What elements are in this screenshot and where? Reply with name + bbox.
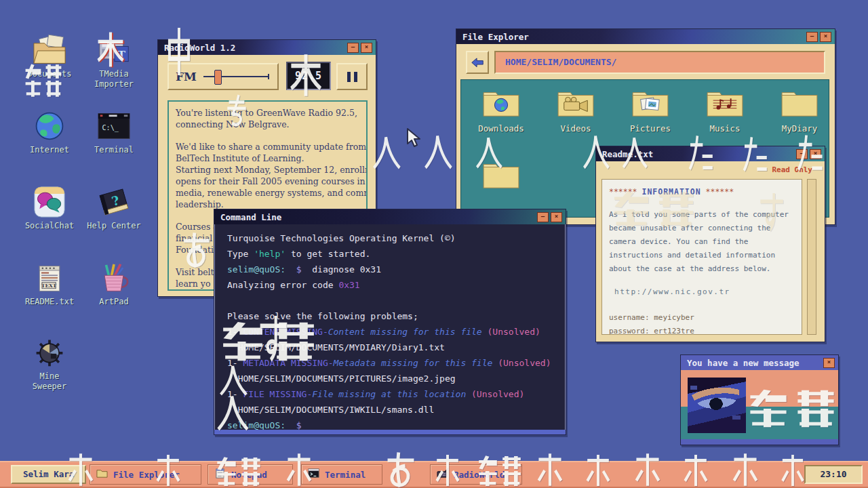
arrow-left-icon (470, 58, 485, 68)
file-explorer-titlebar[interactable]: File Explorer — × (456, 29, 835, 44)
desktop-icon-label: ArtPad (81, 297, 146, 307)
fm-band-label: FM (176, 70, 197, 83)
readme-text-panel: ****** INFORMATION ****** As i told you … (601, 179, 802, 335)
command-line-window: Command Line — × Turquoise Technologies … (214, 209, 566, 435)
readme-body: Read Only ****** INFORMATION ****** As i… (596, 161, 825, 340)
terminal-line: HOME/SELIM/DOCUMENTS/IWKILL/smans.dll (227, 405, 565, 420)
close-button[interactable]: × (361, 43, 372, 53)
folder-docs-icon (32, 34, 67, 66)
taskbar-item-file-explorer[interactable]: File Explorer (90, 464, 201, 485)
readme-paragraph: username: meyicyber (609, 311, 795, 325)
book-icon: ? (96, 186, 132, 218)
folder-label: Downloads (466, 123, 536, 134)
fm-tuner-panel: FM (167, 63, 279, 90)
terminal-output[interactable]: Turquoise Technologies Operating Kernel … (214, 224, 566, 430)
message-image[interactable] (688, 378, 746, 433)
glitch-glyph-iru (423, 133, 453, 171)
desktop-icon-label: Internet (17, 145, 82, 155)
desktop-icon-readme-txt[interactable]: TEXTREADME.txt (17, 262, 82, 307)
terminal-line: 1- METADATA MISSING-Metadata missing for… (227, 358, 565, 373)
desktop-icon-label: README.txt (17, 297, 82, 307)
readme-window: Readme.txt — × Read Only ****** INFORMAT… (595, 146, 825, 342)
terminal-line (227, 296, 565, 311)
taskbar-item-label: File Explorer (113, 470, 180, 480)
folder-icon (480, 159, 522, 191)
readme-scrollbar[interactable] (807, 179, 816, 335)
desktop-icon-terminal[interactable]: C:\_Terminal (81, 110, 146, 155)
tmedia-icon: T (96, 34, 132, 66)
pause-button[interactable] (336, 63, 368, 90)
command-line-title: Command Line (220, 212, 535, 222)
folder-icon (704, 87, 746, 119)
close-button[interactable]: × (820, 32, 831, 42)
notification-titlebar[interactable]: You have a new message × (681, 355, 838, 370)
back-button[interactable] (466, 51, 489, 74)
close-button[interactable]: × (551, 212, 562, 222)
window-edge (214, 430, 566, 434)
read-only-badge: Read Only (772, 165, 812, 174)
radioworld-titlebar[interactable]: RadioWorld 1.2 — × (158, 40, 376, 55)
terminal-line: 1- FILE MISSING-File missing at this loc… (227, 389, 565, 405)
readme-titlebar[interactable]: Readme.txt — × (596, 146, 825, 161)
start-button[interactable]: Selim Kara (11, 465, 86, 484)
terminal-icon: C:\_ (96, 110, 132, 142)
minimize-button[interactable]: — (347, 43, 359, 53)
radio-icon (436, 468, 449, 482)
slider-track (203, 76, 269, 77)
slider-handle[interactable] (214, 70, 222, 85)
taskbar-item-label: Notepad (231, 470, 267, 480)
folder-mydiary[interactable]: MyDiary (764, 87, 835, 134)
frequency-slider[interactable] (203, 69, 271, 84)
terminal-line: HOME/SELIM/DOCUMENTS/PICTURES/image2.jpe… (227, 373, 565, 389)
folder-videos[interactable]: Videos (540, 87, 611, 134)
close-button[interactable]: × (810, 149, 821, 159)
notepad-icon (214, 468, 226, 482)
desktop-icon-tmedia-importer[interactable]: TTMedia Importer (81, 34, 146, 89)
folder-icon (480, 87, 522, 119)
taskbar-item-terminal[interactable]: Terminal (301, 464, 382, 485)
desktop-icon-mine-sweeper[interactable]: Mine Sweeper (17, 336, 82, 392)
globe-icon (32, 110, 67, 142)
folder-musics[interactable]: Musics (690, 87, 760, 134)
minimize-button[interactable]: — (537, 212, 549, 222)
chat-icon (32, 186, 67, 218)
file-explorer-title: File Explorer (462, 32, 804, 42)
folder-unnamed[interactable] (466, 159, 536, 194)
minimize-button[interactable]: — (796, 149, 808, 159)
radioworld-title: RadioWorld 1.2 (164, 43, 345, 53)
desktop-icon-artpad[interactable]: ArtPad (81, 262, 146, 307)
minimize-button[interactable]: — (806, 32, 818, 42)
desktop-icon-socialchat[interactable]: SocialChat (17, 186, 82, 231)
taskbar-item-notepad[interactable]: Notepad (208, 464, 293, 485)
taskbar-item-radioworld[interactable]: RadioWorld (430, 464, 522, 485)
terminal-line: Please solve the following problems; (227, 311, 565, 327)
terminal-line: selim@quOS: $ (227, 420, 565, 430)
pause-icon (354, 72, 357, 82)
address-bar[interactable]: HOME/SELIM/DOCUMENTS/ (494, 51, 825, 74)
desktop-icon-label: Documents (17, 69, 82, 79)
textfile-icon: TEXT (32, 262, 67, 294)
pause-icon (347, 72, 351, 82)
message-notification-window: You have a new message × (680, 354, 839, 445)
desktop-icon-help-center[interactable]: ?Help Center (81, 186, 146, 231)
folder-icon (96, 468, 108, 482)
desktop-icon-label: SocialChat (17, 221, 82, 231)
pixel-eye-image (688, 378, 746, 433)
folder-label: MyDiary (764, 123, 835, 134)
close-button[interactable]: × (823, 358, 835, 368)
folder-pictures[interactable]: Pictures (615, 87, 686, 134)
svg-text:TEXT: TEXT (41, 283, 57, 289)
terminal-line: 1- CONTENT MISSING-Content missing for t… (227, 327, 565, 342)
taskbar-clock: 23:10 (804, 465, 863, 484)
desktop-icon-documents[interactable]: Documents (17, 34, 82, 79)
desktop-icon-internet[interactable]: Internet (17, 110, 82, 155)
desktop-icon-label: Help Center (81, 221, 146, 231)
svg-text:C:\_: C:\_ (102, 124, 119, 132)
command-line-titlebar[interactable]: Command Line — × (214, 209, 566, 224)
readme-paragraph: As i told you some parts of the computer… (609, 208, 795, 276)
folder-downloads[interactable]: Downloads (466, 87, 536, 134)
readme-paragraph: password: ert123tre (609, 325, 795, 335)
folder-label: Videos (540, 123, 611, 134)
desktop: DocumentsTTMedia ImporterInternetC:\_Ter… (0, 0, 868, 488)
mouse-cursor (406, 127, 423, 148)
